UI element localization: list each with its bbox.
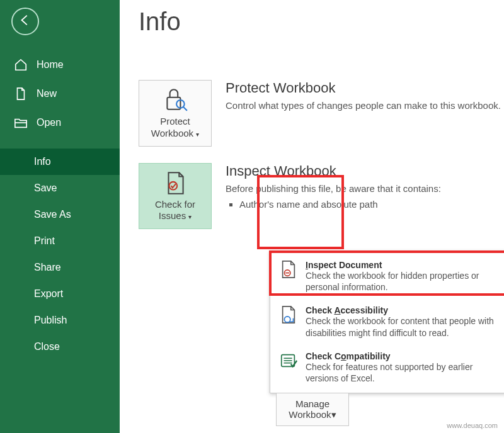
- check-for-issues-button[interactable]: Check for Issues▾: [139, 163, 212, 230]
- btn-label-line: Workbook: [151, 128, 193, 138]
- home-icon: [14, 58, 28, 72]
- nav-label: Save: [34, 183, 57, 194]
- highlight-box: [269, 250, 504, 296]
- menu-check-accessibility[interactable]: Check Accessibility Check the workbook f…: [270, 299, 504, 344]
- nav-label: Save As: [34, 209, 71, 220]
- nav-label: Print: [34, 235, 55, 247]
- svg-point-2: [169, 181, 178, 189]
- btn-label-line: Protect: [160, 116, 190, 127]
- nav-export[interactable]: Export: [0, 281, 120, 307]
- nav-label: Export: [34, 288, 63, 300]
- section-desc: Control what types of changes people can…: [226, 100, 501, 111]
- nav-label: Info: [34, 156, 51, 167]
- menu-desc: Check for features not supported by earl…: [306, 361, 497, 384]
- nav-label: Open: [37, 117, 61, 128]
- menu-check-compatibility[interactable]: Check Compatibility Check for features n…: [270, 345, 504, 390]
- protect-workbook-button[interactable]: Protect Workbook▾: [139, 80, 212, 147]
- nav-save-as[interactable]: Save As: [0, 201, 120, 228]
- btn-label-line: Manage: [295, 398, 329, 409]
- menu-desc: Check the workbook for content that peop…: [306, 315, 497, 338]
- btn-label-line: Issues: [159, 210, 186, 221]
- main-pane: Info Protect Workbook▾ Protect: [120, 0, 504, 433]
- section-heading: Protect Workbook: [226, 80, 501, 96]
- menu-title: Check Accessibility: [306, 305, 497, 315]
- nav-home[interactable]: Home: [0, 50, 120, 79]
- nav-new[interactable]: New: [0, 79, 120, 108]
- chevron-down-icon: ▾: [196, 131, 199, 138]
- back-button[interactable]: [11, 8, 39, 35]
- backstage-sidebar: Home New Open Info Save Save As Print: [0, 0, 120, 433]
- lock-key-icon: [162, 88, 188, 112]
- nav-print[interactable]: Print: [0, 228, 120, 254]
- nav-label: Close: [34, 341, 60, 352]
- nav-label: New: [37, 88, 57, 99]
- back-arrow-icon: [18, 13, 32, 30]
- nav-label: Publish: [34, 315, 67, 326]
- btn-label-line: Workbook: [289, 409, 331, 420]
- open-folder-icon: [14, 116, 28, 130]
- document-check-icon: [162, 171, 188, 195]
- svg-point-4: [284, 317, 290, 322]
- highlight-box: [257, 175, 344, 249]
- nav-share[interactable]: Share: [0, 254, 120, 281]
- page-title: Info: [139, 8, 504, 36]
- compatibility-icon: [279, 351, 298, 370]
- chevron-down-icon: ▾: [331, 409, 336, 420]
- manage-workbook-button[interactable]: Manage Workbook▾: [276, 393, 349, 426]
- nav-save[interactable]: Save: [0, 175, 120, 201]
- chevron-down-icon: ▾: [188, 213, 192, 220]
- protect-workbook-section: Protect Workbook▾ Protect Workbook Contr…: [139, 80, 504, 147]
- nav-publish[interactable]: Publish: [0, 307, 120, 334]
- nav-label: Home: [37, 59, 64, 70]
- nav-info[interactable]: Info: [0, 149, 120, 175]
- menu-title: Check Compatibility: [306, 351, 497, 361]
- new-file-icon: [14, 87, 28, 101]
- accessibility-icon: [279, 305, 298, 324]
- btn-label-line: Check for: [155, 199, 195, 210]
- nav-close[interactable]: Close: [0, 334, 120, 360]
- watermark: www.deuaq.com: [447, 422, 498, 429]
- nav-label: Share: [34, 262, 61, 273]
- nav-open[interactable]: Open: [0, 108, 120, 137]
